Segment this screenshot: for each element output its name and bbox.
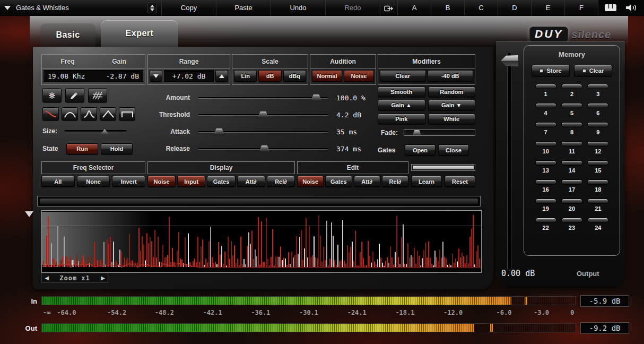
spectrum-scrollbar-thumb[interactable] bbox=[39, 198, 478, 204]
select-none-button[interactable]: None bbox=[77, 176, 110, 187]
zoom-out-button[interactable]: ◀ bbox=[42, 275, 51, 281]
preset-slot-f[interactable]: F bbox=[565, 0, 598, 15]
preset-spinner[interactable] bbox=[147, 3, 157, 13]
memory-slot-button[interactable] bbox=[561, 179, 582, 185]
preset-slot-c[interactable]: C bbox=[465, 0, 498, 15]
modifier-gain-up-button[interactable]: Gain ▲ bbox=[378, 100, 425, 110]
keyboard-button[interactable] bbox=[602, 2, 620, 14]
memory-slot-button[interactable] bbox=[587, 122, 608, 127]
memory-slot-button[interactable] bbox=[535, 199, 556, 204]
display-release-button[interactable]: Rel∂ bbox=[267, 176, 295, 187]
memory-slot-button[interactable] bbox=[561, 160, 582, 166]
preset-slot-e[interactable]: E bbox=[532, 0, 565, 15]
hatch-tool-button[interactable] bbox=[88, 88, 107, 102]
gates-close-button[interactable]: Close bbox=[438, 144, 469, 156]
modifier-white-button[interactable]: White bbox=[428, 114, 476, 124]
amount-slider-handle[interactable] bbox=[310, 94, 322, 101]
memory-store-button[interactable]: Store bbox=[532, 65, 570, 76]
range-up-button[interactable] bbox=[215, 70, 228, 82]
display-input-button[interactable]: Input bbox=[177, 176, 205, 187]
memory-slot-button[interactable] bbox=[535, 103, 556, 108]
memory-slot-button[interactable] bbox=[535, 84, 556, 89]
display-gates-button[interactable]: Gates bbox=[207, 176, 235, 187]
audition-normal-button[interactable]: Normal bbox=[312, 70, 342, 82]
modifier-clear-button[interactable]: Clear bbox=[380, 70, 426, 82]
state-run-button[interactable]: Run bbox=[66, 143, 98, 154]
attack-slider[interactable] bbox=[198, 127, 328, 136]
zoom-in-button[interactable]: ▶ bbox=[98, 275, 108, 281]
memory-slot-button[interactable] bbox=[561, 199, 582, 204]
redo-button[interactable]: Redo bbox=[326, 0, 380, 15]
state-hold-button[interactable]: Hold bbox=[101, 143, 133, 154]
output-fader-track[interactable] bbox=[507, 52, 511, 271]
curve-ramp-button[interactable] bbox=[42, 107, 59, 121]
memory-slot-button[interactable] bbox=[587, 218, 608, 223]
modifier-gain-down-button[interactable]: Gain ▼ bbox=[428, 100, 476, 110]
modifier-smooth-button[interactable]: Smooth bbox=[378, 87, 425, 97]
edit-release-button[interactable]: Rel∂ bbox=[382, 176, 408, 187]
memory-slot-button[interactable] bbox=[561, 103, 582, 108]
preset-slot-b[interactable]: B bbox=[431, 0, 465, 15]
memory-clear-button[interactable]: Clear bbox=[574, 65, 612, 76]
audition-noise-button[interactable]: Noise bbox=[344, 70, 374, 82]
output-fader-handle[interactable] bbox=[501, 55, 518, 66]
curve-notch-button[interactable] bbox=[81, 107, 97, 121]
curve-bell-button[interactable] bbox=[62, 107, 78, 121]
preset-selector[interactable]: Gates & Whistles bbox=[0, 0, 162, 15]
release-slider[interactable] bbox=[198, 144, 328, 153]
undo-button[interactable]: Undo bbox=[271, 0, 326, 15]
tab-basic[interactable]: Basic bbox=[40, 23, 95, 47]
speaker-button[interactable] bbox=[623, 2, 641, 14]
curve-peak-button[interactable] bbox=[100, 107, 116, 121]
memory-slot-button[interactable] bbox=[587, 141, 608, 147]
memory-slot-button[interactable] bbox=[535, 141, 556, 147]
learn-button[interactable]: Learn bbox=[411, 176, 442, 187]
edit-attack-button[interactable]: Att∂ bbox=[354, 176, 380, 187]
preset-slot-d[interactable]: D bbox=[498, 0, 532, 15]
threshold-slider-handle[interactable] bbox=[257, 111, 269, 118]
tab-expert[interactable]: Expert bbox=[101, 20, 178, 47]
memory-slot-button[interactable] bbox=[561, 84, 582, 89]
paste-button[interactable]: Paste bbox=[216, 0, 271, 15]
display-noise-button[interactable]: Noise bbox=[147, 176, 176, 187]
spectrum-canvas[interactable] bbox=[42, 211, 481, 272]
memory-slot-button[interactable] bbox=[587, 103, 608, 108]
fade-slider[interactable] bbox=[404, 129, 475, 136]
memory-slot-button[interactable] bbox=[535, 160, 556, 166]
modifier-random-button[interactable]: Random bbox=[428, 87, 476, 97]
memory-slot-button[interactable] bbox=[561, 122, 582, 127]
memory-slot-button[interactable] bbox=[587, 199, 608, 204]
size-slider-handle[interactable] bbox=[100, 129, 109, 135]
memory-slot-button[interactable] bbox=[587, 179, 608, 185]
amount-slider[interactable] bbox=[198, 93, 328, 102]
select-invert-button[interactable]: Invert bbox=[112, 176, 145, 187]
curve-table-button[interactable] bbox=[119, 107, 135, 121]
size-slider[interactable] bbox=[65, 127, 126, 135]
scale-lin-button[interactable]: Lin bbox=[234, 70, 257, 82]
spectrum-scrollbar[interactable] bbox=[37, 196, 481, 207]
memory-slot-button[interactable] bbox=[587, 84, 608, 89]
select-all-button[interactable]: All bbox=[41, 176, 75, 187]
memory-slot-button[interactable] bbox=[535, 122, 556, 127]
threshold-slider[interactable] bbox=[198, 110, 328, 119]
memory-slot-button[interactable] bbox=[535, 218, 556, 223]
release-slider-handle[interactable] bbox=[258, 145, 270, 152]
spectrum-position-marker[interactable] bbox=[25, 211, 33, 217]
modifier-minus40-button[interactable]: -40 dB bbox=[428, 70, 474, 82]
memory-slot-button[interactable] bbox=[535, 179, 556, 185]
pencil-tool-button[interactable] bbox=[65, 88, 84, 102]
modifier-pink-button[interactable]: Pink bbox=[378, 114, 425, 124]
fade-slider-handle[interactable] bbox=[413, 130, 421, 135]
memory-slot-button[interactable] bbox=[561, 141, 582, 147]
preset-transfer-button[interactable] bbox=[380, 0, 398, 15]
display-attack-button[interactable]: Att∂ bbox=[237, 176, 265, 187]
attack-slider-handle[interactable] bbox=[213, 128, 225, 135]
scale-db-button[interactable]: dB bbox=[258, 70, 281, 82]
memory-slot-button[interactable] bbox=[587, 160, 608, 166]
preset-slot-a[interactable]: A bbox=[398, 0, 431, 15]
range-down-button[interactable] bbox=[150, 70, 162, 82]
reset-button[interactable]: Reset bbox=[445, 176, 475, 187]
copy-button[interactable]: Copy bbox=[162, 0, 216, 15]
node-tool-button[interactable] bbox=[42, 88, 62, 102]
gates-open-button[interactable]: Open bbox=[405, 144, 436, 156]
